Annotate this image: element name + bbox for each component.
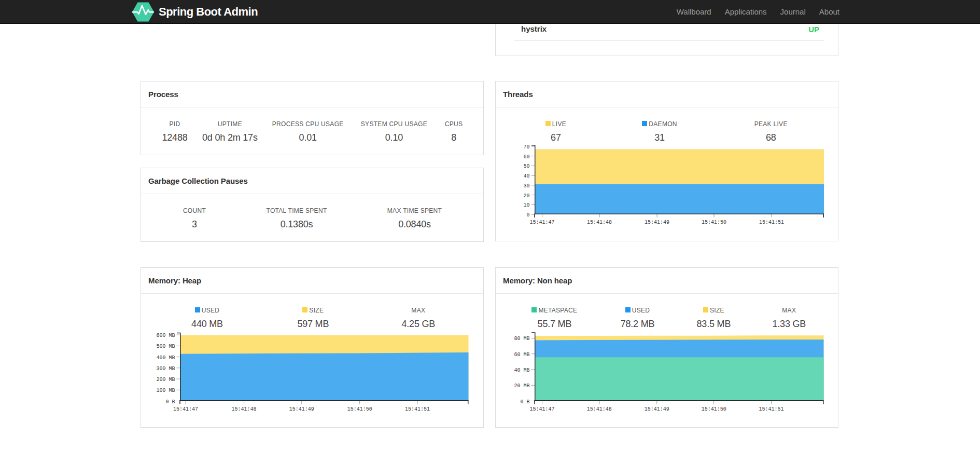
- process-metric-label-text: UPTIME: [218, 120, 242, 128]
- nav-link-applications[interactable]: Applications: [718, 0, 774, 24]
- process-metric-value: 8: [437, 128, 471, 143]
- heap-metric-label: USED: [154, 294, 260, 314]
- process-metric-value: 0d 0h 2m 17s: [195, 128, 264, 143]
- nonheap-chart: 0 B20 MB40 MB60 MB80 MB15:41:4715:41:481…: [496, 324, 839, 417]
- threads-x-axis: [535, 214, 824, 217]
- heap-ytick-label: 400 MB: [156, 355, 175, 361]
- nonheap-xtick-label: 15:41:47: [529, 406, 554, 412]
- gc-metric-label: MAX TIME SPENT: [358, 194, 471, 214]
- nonheap-card: Memory: Non heap METASPACEUSEDSIZEMAX55.…: [495, 267, 838, 428]
- process-metric-label-text: SYSTEM CPU USAGE: [361, 120, 427, 128]
- application-name[interactable]: hystrix: [521, 24, 547, 33]
- heap-ytick-label: 300 MB: [156, 366, 175, 372]
- gc-card-header: Garbage Collection Pauses: [141, 168, 483, 194]
- nonheap-ytick-label: 20 MB: [514, 383, 529, 389]
- heap-xtick-label: 15:41:49: [289, 406, 314, 412]
- process-metric-label: PID: [154, 107, 195, 128]
- process-card: Process PIDUPTIMEPROCESS CPU USAGESYSTEM…: [141, 81, 484, 155]
- heap-chart: 0 B100 MB200 MB300 MB400 MB500 MB600 MB1…: [141, 324, 484, 417]
- gc-metric-value: 3: [154, 214, 235, 229]
- process-metric-value: 12488: [154, 128, 195, 143]
- heap-xtick-label: 15:41:48: [232, 406, 257, 412]
- nonheap-card-header: Memory: Non heap: [496, 268, 838, 294]
- process-card-title: Process: [148, 81, 178, 107]
- gc-metric-label-text: TOTAL TIME SPENT: [266, 207, 327, 214]
- process-metric-value: 0.01: [264, 128, 352, 143]
- threads-xtick-label: 15:41:51: [759, 220, 784, 225]
- heap-xtick-label: 15:41:51: [405, 406, 430, 412]
- nav-link-journal[interactable]: Journal: [774, 0, 813, 24]
- heap-legend-swatch: [195, 307, 200, 312]
- heap-xtick-label: 15:41:47: [173, 406, 198, 412]
- process-metrics-table: PIDUPTIMEPROCESS CPU USAGESYSTEM CPU USA…: [154, 107, 471, 143]
- gc-metric-value: 0.1380s: [235, 214, 358, 229]
- threads-metric-label: PEAK LIVE: [716, 107, 825, 128]
- gc-metric-label: COUNT: [154, 194, 235, 214]
- nonheap-metric-label: SIZE: [675, 294, 752, 314]
- nav-item-about: About: [813, 0, 846, 24]
- nonheap-xtick-label: 15:41:51: [759, 406, 784, 412]
- nonheap-legend-swatch: [531, 307, 537, 312]
- heap-card-title: Memory: Heap: [148, 268, 201, 293]
- gc-card: Garbage Collection Pauses COUNTTOTAL TIM…: [141, 168, 484, 242]
- process-metric-label: SYSTEM CPU USAGE: [352, 107, 437, 128]
- nonheap-metric-label: METASPACE: [509, 294, 600, 314]
- heap-metric-label: SIZE: [260, 294, 366, 314]
- heap-xtick-label: 15:41:50: [347, 406, 372, 412]
- page: Spring Boot Admin WallboardApplicationsJ…: [0, 0, 980, 463]
- threads-ytick-label: 60: [523, 154, 529, 160]
- nonheap-metric-label: USED: [600, 294, 675, 314]
- threads-series-daemon: [535, 184, 824, 214]
- threads-xtick-label: 15:41:48: [587, 220, 612, 225]
- heap-ytick-label: 100 MB: [156, 388, 175, 393]
- nonheap-ytick-label: 80 MB: [514, 336, 529, 342]
- process-metric-label-text: CPUS: [445, 120, 463, 128]
- threads-metric-label-text: PEAK LIVE: [754, 120, 788, 128]
- application-row-divider: [514, 40, 824, 40]
- heap-card: Memory: Heap USEDSIZEMAX440 MB597 MB4.25…: [141, 267, 484, 428]
- nonheap-metric-label-text: METASPACE: [538, 307, 577, 314]
- gc-metric-label: TOTAL TIME SPENT: [235, 194, 358, 214]
- heap-ytick-label: 0 B: [165, 399, 175, 405]
- brand[interactable]: Spring Boot Admin: [132, 1, 258, 23]
- nonheap-xtick-label: 15:41:48: [587, 406, 612, 412]
- threads-chart: 01020304050607015:41:4715:41:4815:41:491…: [496, 138, 839, 231]
- nonheap-ytick-label: 60 MB: [514, 352, 529, 358]
- threads-ytick-label: 10: [523, 202, 529, 208]
- heap-card-header: Memory: Heap: [141, 268, 483, 294]
- applications-card: hystrix UP: [495, 24, 838, 56]
- threads-ytick-label: 0: [526, 212, 529, 218]
- process-metric-label: CPUS: [437, 107, 471, 128]
- heap-series-used: [180, 352, 469, 401]
- nav-item-applications: Applications: [718, 0, 774, 24]
- heap-metric-label-text: USED: [202, 307, 220, 314]
- nav-item-journal: Journal: [774, 0, 813, 24]
- nonheap-metric-label-text: USED: [632, 307, 650, 314]
- heap-metric-label-text: SIZE: [309, 307, 324, 314]
- nav-link-about[interactable]: About: [813, 0, 846, 24]
- threads-ytick-label: 70: [523, 144, 529, 150]
- threads-ytick-label: 20: [523, 193, 529, 199]
- threads-metric-label-text: DAEMON: [649, 120, 677, 128]
- nonheap-ytick-label: 0 B: [520, 399, 529, 405]
- nonheap-legend-swatch: [703, 307, 708, 312]
- brand-title: Spring Boot Admin: [159, 5, 258, 19]
- nonheap-y-axis: [531, 333, 535, 401]
- threads-ytick-label: 50: [523, 164, 529, 169]
- threads-card: Threads LIVEDAEMONPEAK LIVE673168 010203…: [495, 81, 838, 241]
- gc-metric-label-text: COUNT: [183, 207, 206, 214]
- nav-link-wallboard[interactable]: Wallboard: [670, 0, 718, 24]
- process-metric-label-text: PROCESS CPU USAGE: [272, 120, 344, 128]
- application-status-badge: UP: [808, 25, 819, 34]
- threads-legend-swatch: [642, 121, 647, 126]
- nonheap-xtick-label: 15:41:49: [645, 406, 669, 412]
- nav-item-wallboard: Wallboard: [670, 0, 718, 24]
- gc-card-title: Garbage Collection Pauses: [148, 168, 248, 194]
- nonheap-xtick-label: 15:41:50: [702, 406, 726, 412]
- heap-x-axis: [180, 401, 469, 404]
- heap-ytick-label: 200 MB: [156, 377, 175, 383]
- threads-ytick-label: 40: [523, 173, 529, 179]
- process-card-header: Process: [141, 81, 483, 107]
- heap-ytick-label: 500 MB: [156, 344, 175, 349]
- nonheap-metric-label: MAX: [753, 294, 825, 314]
